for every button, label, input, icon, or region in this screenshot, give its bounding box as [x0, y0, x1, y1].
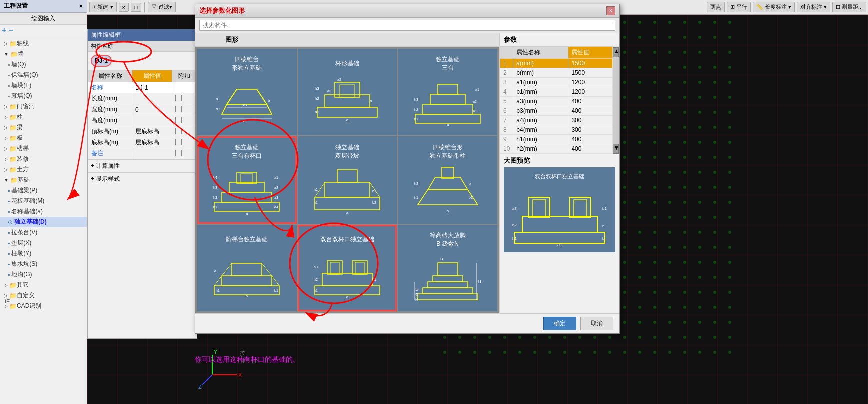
sidebar-item-isolated-found[interactable]: ⊙ 独立基础(D) — [0, 217, 87, 227]
arrow-icon: ▷ — [4, 167, 8, 172]
sidebar-item-foundation[interactable]: ▼ 📁 基础 — [0, 175, 87, 185]
sidebar-item-cushion[interactable]: ▪ 垫层(X) — [0, 238, 87, 248]
parallel-button[interactable]: ⊞ 平行 — [727, 2, 751, 12]
attr-check-cell[interactable] — [172, 93, 197, 104]
shape-cell-5[interactable]: 独立基础双层带坡 h1 h — [298, 136, 397, 224]
sidebar-item-custom[interactable]: ▷ 📁 自定义 — [0, 290, 87, 301]
param-value-4[interactable]: 1200 — [568, 87, 612, 97]
dialog-close-button[interactable]: × — [606, 6, 615, 15]
svg-text:B: B — [440, 257, 443, 261]
copy-button[interactable]: □ — [131, 3, 141, 12]
right-panel: 参数 属性名称 属性值 1 a(mm) — [499, 33, 619, 313]
confirm-button[interactable]: 确定 — [543, 317, 576, 330]
sidebar-item-pier[interactable]: ▪ 柱墩(Y) — [0, 248, 87, 259]
scroll-down[interactable]: ▼ — [613, 144, 619, 154]
preview-area: 双台双杯口独立基础 h1 h2 a3 — [504, 167, 615, 252]
param-name-7: a4(mm) — [513, 116, 568, 125]
param-value-5[interactable]: 400 — [568, 97, 612, 106]
shape-svg-4: h1 h2 h3 h4 a4 a3 a2 a1 a — [202, 162, 292, 217]
attr-check-cell[interactable] — [172, 104, 197, 115]
param-value-2[interactable]: 1500 — [568, 68, 612, 78]
search-input[interactable] — [199, 20, 615, 31]
component-entry[interactable]: DJ-1 — [91, 55, 112, 67]
sidebar-item-wall-buttress[interactable]: ▪ 墙垛(E) — [0, 80, 87, 91]
sidebar-item-door-window[interactable]: ▷ 📁 门窗洞 — [0, 101, 87, 112]
shape-cell-4[interactable]: 独立基础三台有杯口 h1 h2 h3 h4 — [197, 136, 297, 224]
sidebar-item-wall[interactable]: ▼ 📁 墙 — [0, 49, 87, 59]
param-value-8[interactable]: 300 — [568, 125, 612, 135]
add-icon[interactable]: + — [2, 26, 6, 35]
attr-value-cell[interactable]: 层底标高 — [132, 126, 172, 137]
te-label: tE — [5, 298, 10, 304]
attr-value-cell[interactable] — [132, 148, 172, 159]
sidebar-item-decoration[interactable]: ▷ 📁 装修 — [0, 154, 87, 164]
measure-button[interactable]: ⊟ 测量距... — [832, 2, 866, 12]
filter-button[interactable]: ▽ 过滤▾ — [148, 2, 176, 12]
param-value-9[interactable]: 400 — [568, 135, 612, 144]
item-icon: ▪ — [8, 229, 10, 236]
length-button[interactable]: 📏 长度标注 ▾ — [753, 2, 795, 12]
two-point-button[interactable]: 两点 — [707, 2, 725, 12]
attr-value-cell[interactable] — [132, 93, 172, 104]
param-num-10: 10 — [500, 144, 513, 154]
remove-icon[interactable]: − — [8, 26, 13, 35]
sidebar-item-named-found[interactable]: ▪ 名称基础(a) — [0, 206, 87, 217]
attr-check-cell[interactable] — [172, 126, 197, 137]
param-value-7[interactable]: 300 — [568, 116, 612, 125]
attr-check-cell[interactable] — [172, 148, 197, 159]
shape-cell-2[interactable]: 杯形基础 h3 h2 h1 — [298, 49, 397, 135]
scroll-up[interactable]: ▲ — [613, 47, 619, 57]
sidebar-close-icon[interactable]: × — [79, 3, 83, 10]
sidebar-item-label: 集水坑(S) — [11, 260, 37, 268]
attr-check-cell[interactable] — [172, 137, 197, 148]
cancel-button[interactable]: 取消 — [580, 317, 613, 330]
sidebar-item-found-beam[interactable]: ▪ 基础梁(P) — [0, 185, 87, 196]
shape-cell-1[interactable]: 四棱锥台形独立基础 a b — [197, 49, 297, 135]
folder-icon: 📁 — [9, 135, 17, 142]
sidebar-item-tie-beam[interactable]: ▪ 拉条台(V) — [0, 227, 87, 238]
svg-text:h4: h4 — [213, 176, 217, 179]
sidebar-item-cad[interactable]: ▷ 📁 CAD识别 — [0, 301, 87, 311]
param-value-1[interactable]: 1500 — [568, 59, 612, 68]
sidebar-section[interactable]: 绘图输入 — [0, 13, 87, 25]
param-value-3[interactable]: 1200 — [568, 78, 612, 87]
attr-value-cell[interactable]: 层底标高 — [132, 137, 172, 148]
sidebar-item-wall-q[interactable]: ▪ 墙(Q) — [0, 59, 87, 70]
sidebar-item-earthwork[interactable]: ▷ 📁 土方 — [0, 164, 87, 175]
sidebar-item-stair[interactable]: ▷ 📁 楼梯 — [0, 143, 87, 154]
attr-value-cell[interactable] — [132, 115, 172, 126]
shape-cell-9[interactable]: 等高砖大放脚B-级数N H B — [398, 225, 497, 311]
sidebar-item-insulation-wall[interactable]: ▪ 保温墙(Q) — [0, 70, 87, 80]
align-button[interactable]: 对齐标注 ▾ — [797, 2, 830, 12]
shape-cell-6[interactable]: 四棱锥台形独立基础带柱 h1 — [398, 136, 497, 224]
sidebar-item-other[interactable]: ▷ 📁 其它 — [0, 280, 87, 290]
sidebar-item-axis[interactable]: ▷ 📁 轴线 — [0, 38, 87, 49]
scrollbar[interactable]: ▲ ▼ — [613, 46, 619, 154]
new-button[interactable]: + 新建 ▾ — [89, 2, 117, 12]
sidebar-item-trench[interactable]: ▪ 地沟(G) — [0, 269, 87, 280]
folder-icon: 📁 — [9, 303, 17, 310]
param-value-10[interactable]: 400 — [568, 144, 612, 154]
sidebar-item-sump[interactable]: ▪ 集水坑(S) — [0, 259, 87, 269]
shape-cell-7[interactable]: 阶梯台独立基础 h1 a a — [197, 225, 297, 311]
svg-text:h1: h1 — [414, 117, 418, 121]
attr-value-header: 属性值 — [132, 70, 172, 82]
sidebar-item-raft[interactable]: ▪ 花板基础(M) — [0, 196, 87, 206]
svg-text:h2: h2 — [315, 96, 319, 101]
sidebar-item-slab[interactable]: ▷ 📁 板 — [0, 133, 87, 143]
shape-cell-3[interactable]: 独立基础三台 h1 h2 h3 a a4 a2 — [398, 49, 497, 135]
svg-rect-99 — [352, 261, 367, 274]
svg-line-77 — [418, 190, 428, 205]
display-styles-expand[interactable]: + 显示样式 — [88, 172, 197, 185]
sidebar-item-column[interactable]: ▷ 📁 柱 — [0, 112, 87, 122]
delete-button[interactable]: × — [119, 3, 129, 12]
attr-check-cell[interactable] — [172, 115, 197, 126]
sidebar-item-curtain-wall[interactable]: ▪ 幕墙(Q) — [0, 91, 87, 101]
dialog-titlebar[interactable]: 选择参数化图形 × — [195, 4, 619, 18]
calc-props-expand[interactable]: + 计算属性 — [88, 159, 197, 172]
shape-cell-8[interactable]: 双台双杯口独立基础 h1 — [298, 225, 397, 311]
attr-value-cell[interactable]: 0 — [132, 104, 172, 115]
param-value-6[interactable]: 400 — [568, 106, 612, 116]
sidebar-item-beam[interactable]: ▷ 📁 梁 — [0, 122, 87, 133]
attr-value-cell[interactable]: DJ-1 — [132, 82, 172, 93]
